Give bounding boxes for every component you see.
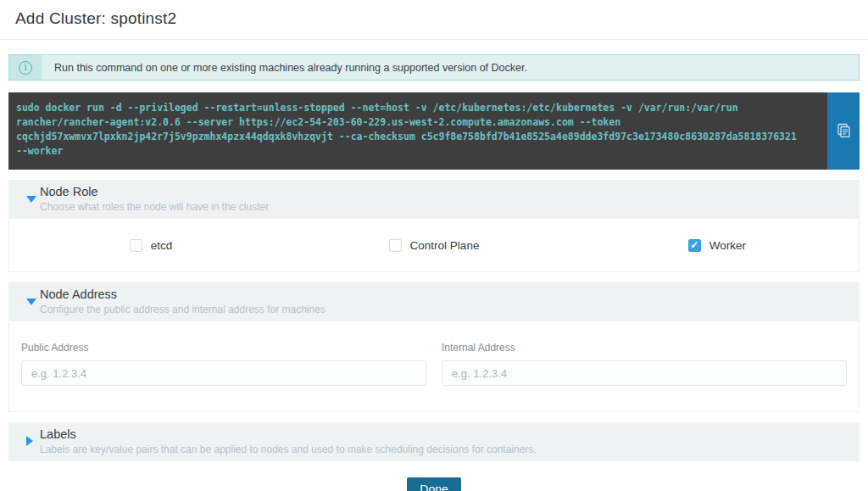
internal-address-field-group: Internal Address — [442, 342, 847, 386]
section-header-labels[interactable]: Labels Labels are key/value pairs that c… — [8, 422, 860, 461]
checkbox-box-etcd[interactable] — [130, 239, 142, 252]
done-button[interactable]: Done — [407, 477, 460, 491]
docker-command-text: sudo docker run -d --privileged --restar… — [8, 92, 827, 170]
checkbox-box-control-plane[interactable] — [389, 239, 402, 252]
docker-command-block: sudo docker run -d --privileged --restar… — [8, 92, 860, 170]
section-subtitle: Labels are key/value pairs that can be a… — [40, 444, 860, 455]
section-title: Node Address — [40, 287, 860, 301]
public-address-label: Public Address — [21, 342, 426, 354]
role-column-worker: Worker — [576, 239, 859, 252]
internal-address-label: Internal Address — [442, 342, 847, 354]
section-subtitle: Choose what roles the node will have in … — [40, 201, 860, 213]
checkbox-control-plane[interactable]: Control Plane — [389, 239, 480, 252]
internal-address-input[interactable] — [442, 360, 847, 386]
info-banner: i Run this command on one or more existi… — [8, 54, 860, 81]
footer: Done — [0, 477, 868, 491]
chevron-right-icon — [26, 436, 33, 446]
checkbox-label-control-plane: Control Plane — [410, 239, 480, 252]
page-title: Add Cluster: spotinst2 — [15, 9, 868, 28]
checkbox-label-etcd: etcd — [151, 239, 173, 252]
checkbox-etcd[interactable]: etcd — [130, 239, 173, 252]
chevron-down-icon — [26, 196, 36, 203]
public-address-input[interactable] — [21, 360, 426, 386]
section-title: Labels — [40, 427, 860, 441]
info-banner-text: Run this command on one or more existing… — [42, 62, 527, 74]
checkbox-box-worker[interactable] — [688, 239, 701, 252]
section-header-node-address[interactable]: Node Address Configure the public addres… — [8, 282, 860, 321]
info-banner-icon-cell: i — [9, 55, 42, 80]
copy-command-button[interactable] — [827, 92, 860, 170]
chevron-down-icon — [26, 299, 36, 305]
role-column-etcd: etcd — [9, 239, 292, 252]
section-header-node-role[interactable]: Node Role Choose what roles the node wil… — [8, 180, 860, 219]
section-title: Node Role — [40, 185, 860, 198]
checkbox-worker[interactable]: Worker — [688, 239, 746, 252]
title-divider — [0, 39, 868, 40]
public-address-field-group: Public Address — [21, 342, 426, 386]
node-address-form: Public Address Internal Address — [8, 321, 860, 412]
clipboard-icon — [837, 123, 851, 140]
node-role-options: etcd Control Plane Worker — [8, 219, 860, 272]
checkbox-label-worker: Worker — [709, 239, 746, 252]
section-subtitle: Configure the public address and interna… — [40, 304, 860, 315]
role-column-control-plane: Control Plane — [292, 239, 576, 252]
info-icon: i — [19, 61, 32, 75]
